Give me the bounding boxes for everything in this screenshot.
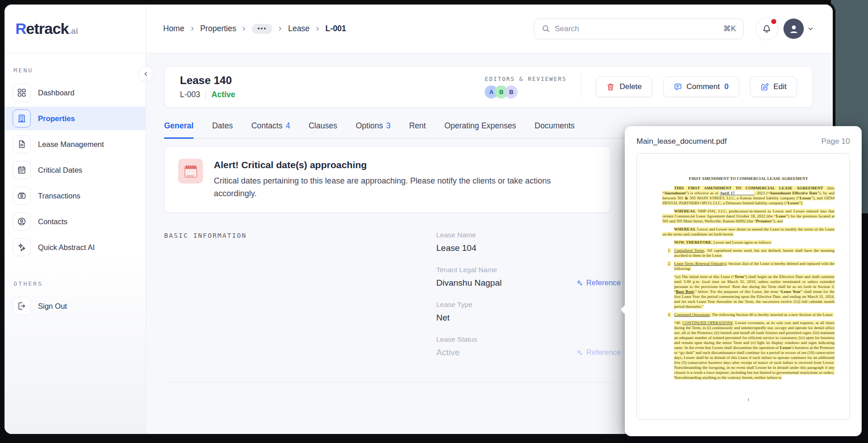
search-shortcut: ⌘K — [723, 24, 736, 33]
user-avatar[interactable] — [783, 19, 804, 39]
field-label: Lease Status — [436, 335, 621, 344]
sidebar-others-label: OTHERS — [14, 280, 146, 287]
account-menu-button[interactable] — [807, 26, 814, 32]
tab-operating-expenses[interactable]: Operating Expenses — [444, 121, 516, 139]
field-label: Lease Type — [436, 301, 621, 309]
sidebar-item-dashboard[interactable]: Dashboard — [5, 81, 146, 104]
section-title: BASIC INFORMATION — [164, 231, 246, 358]
tab-clauses[interactable]: Clauses — [309, 121, 337, 139]
field-value: Active — [436, 348, 460, 358]
sidebar-item-label: Lease Management — [38, 140, 104, 149]
pdf-paragraph: THIS FIRST AMENDMENT TO COMMERCIAL LEASE… — [662, 186, 835, 206]
sidebar-item-label: Contacts — [38, 217, 67, 226]
field-value: Divanshu Nagpal — [436, 278, 502, 288]
logo: Retrack.ai — [5, 5, 146, 53]
chevron-right-icon — [277, 26, 283, 32]
pdf-paragraph: 3.Continued Operations. The following Se… — [662, 312, 835, 317]
basic-information-section: BASIC INFORMATION Lease NameLease 104Ten… — [164, 231, 621, 358]
lease-title: Lease 140 — [180, 74, 235, 87]
properties-icon — [13, 109, 31, 127]
tab-general[interactable]: General — [164, 121, 193, 139]
breadcrumb-item[interactable]: Properties — [200, 24, 236, 33]
search-input[interactable]: Search ⌘K — [534, 19, 744, 39]
pdf-page-preview[interactable]: FIRST AMENDMENT TO COMMERCIAL LEASE AGRE… — [637, 153, 850, 420]
edit-button[interactable]: Edit — [750, 76, 797, 97]
tab-rent[interactable]: Rent — [409, 121, 426, 139]
edit-icon — [760, 83, 769, 91]
bell-icon — [762, 24, 772, 34]
document-page-label: Page 10 — [821, 137, 850, 146]
sidebar-item-label: Properties — [38, 114, 75, 123]
sign-out-icon — [13, 297, 31, 315]
delete-button[interactable]: Delete — [596, 76, 652, 97]
breadcrumb: HomeProperties•••LeaseL-001 — [163, 24, 346, 34]
tab-count: 3 — [386, 121, 391, 131]
sidebar-item-transactions[interactable]: Transactions — [5, 184, 146, 207]
critical-dates-alert: Alert! Critical date(s) approaching Crit… — [164, 146, 611, 213]
breadcrumb-ellipsis[interactable]: ••• — [252, 24, 272, 34]
sidebar-collapse-button[interactable] — [138, 66, 153, 81]
user-icon — [788, 23, 800, 35]
dashboard-icon — [13, 84, 31, 102]
sidebar-item-properties[interactable]: Properties — [5, 107, 146, 130]
breadcrumb-item[interactable]: Home — [163, 24, 184, 33]
tab-contacts[interactable]: Contacts4 — [251, 121, 290, 139]
chevron-right-icon — [189, 26, 195, 32]
tab-dates[interactable]: Dates — [212, 121, 233, 139]
sidebar-item-sign-out[interactable]: Sign Out — [5, 294, 146, 318]
logo-mark: R — [15, 20, 26, 37]
sidebar-item-lease-management[interactable]: Lease Management — [5, 132, 146, 156]
alert-body: Critical dates pertaining to this lease … — [214, 175, 576, 200]
pdf-paragraph: “(a) The initial term of this Lease (“Te… — [674, 274, 835, 309]
notification-dot — [771, 19, 776, 24]
breadcrumb-item[interactable]: L-001 — [326, 24, 346, 33]
pdf-paragraph: FIRST AMENDMENT TO COMMERCIAL LEASE AGRE… — [662, 176, 835, 181]
tab-options[interactable]: Options3 — [356, 121, 391, 139]
pdf-paragraph: “40. CONTINUED OPERATIONS. Lessee covena… — [674, 320, 835, 380]
logo-suffix: .ai — [69, 26, 78, 36]
top-bar: Retrack.ai HomeProperties•••LeaseL-001 S… — [5, 5, 833, 53]
sidebar-item-label: Quick Abstract AI — [38, 243, 95, 252]
divider — [581, 75, 581, 99]
field-label: Tenant Legal Name — [436, 266, 621, 274]
alert-title: Alert! Critical date(s) approaching — [214, 160, 576, 170]
breadcrumb-item[interactable]: Lease — [288, 24, 310, 33]
sidebar-menu-label: MENU — [14, 67, 146, 74]
reference-link[interactable]: Reference — [576, 348, 621, 357]
comment-count: 0 — [724, 82, 728, 91]
reference-sparkle-icon — [576, 279, 583, 287]
chevron-right-icon — [315, 26, 321, 32]
contacts-icon — [13, 212, 31, 231]
notifications-button[interactable] — [755, 18, 778, 40]
divider — [206, 90, 206, 99]
pdf-paragraph: 2.Lease Term; Renewal Option(s). Section… — [662, 261, 835, 271]
sidebar-item-contacts[interactable]: Contacts — [5, 210, 146, 233]
pdf-paragraph: WHEREAS, NHP-1941, LLC, predecessor-in-i… — [662, 209, 835, 224]
chevron-down-icon — [807, 26, 814, 32]
transactions-icon — [13, 187, 31, 205]
comment-icon — [674, 83, 682, 91]
pdf-page-number: 1 — [662, 397, 835, 402]
field-lease-name: Lease NameLease 104 — [436, 231, 621, 253]
field-value: Lease 104 — [436, 243, 476, 253]
field-label: Lease Name — [436, 231, 621, 239]
tab-documents[interactable]: Documents — [535, 121, 575, 139]
pdf-page-content: FIRST AMENDMENT TO COMMERCIAL LEASE AGRE… — [637, 154, 849, 402]
sidebar-item-critical-dates[interactable]: Critical Dates — [5, 158, 146, 182]
reference-link[interactable]: Reference — [576, 278, 621, 287]
avatar: B — [505, 85, 518, 99]
sidebar-item-label: Dashboard — [38, 89, 75, 97]
quick-abstract-ai-icon — [13, 238, 31, 256]
divider — [164, 382, 621, 382]
comment-button[interactable]: Comment 0 — [663, 76, 739, 97]
editor-avatars: ABB — [485, 85, 566, 99]
tab-count: 4 — [286, 121, 290, 131]
document-preview-panel: Main_lease_document.pdf Page 10 FIRST AM… — [625, 126, 862, 436]
search-icon — [542, 24, 550, 33]
field-lease-type: Lease TypeNet — [436, 301, 621, 323]
field-value: Net — [436, 313, 450, 323]
sidebar-item-quick-abstract-ai[interactable]: Quick Abstract AI — [5, 236, 146, 259]
sidebar-item-label: Transactions — [38, 192, 80, 200]
reference-sparkle-icon — [576, 349, 583, 356]
pdf-paragraph: WHEREAS, Lessor and Lessee now desire to… — [662, 227, 835, 237]
